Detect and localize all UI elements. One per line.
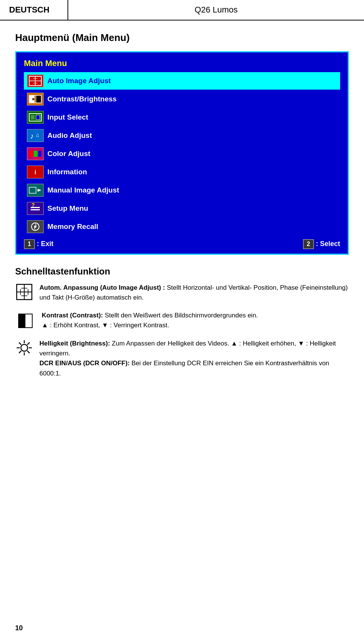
menu-item-label: Setup Menu	[47, 204, 88, 213]
memory-icon-svg	[28, 221, 42, 232]
contrast-box-icon	[18, 314, 33, 328]
page-number: 10	[15, 624, 23, 632]
manual-icon-svg	[28, 185, 42, 196]
auto-image-text: Autom. Anpassung (Auto Image Adjust) : S…	[39, 283, 349, 303]
menu-item-auto-image-adjust[interactable]: Auto Image Adjust	[24, 72, 340, 90]
menu-item-input-select[interactable]: Input Select	[24, 109, 340, 126]
menu-item-color-adjust[interactable]: Color Adjust	[24, 145, 340, 163]
menu-item-label: Color Adjust	[47, 150, 90, 158]
input-icon-svg	[28, 112, 42, 123]
info-icon-svg: i	[28, 167, 42, 177]
svg-rect-15	[29, 151, 33, 157]
svg-text:?: ?	[31, 203, 35, 208]
menu-list: Auto Image Adjust ☀ Contrast/Brightness	[24, 72, 340, 235]
svg-text:☀: ☀	[31, 97, 35, 101]
brightness-feature-icon	[15, 339, 33, 357]
header-model: Q26 Lumos	[68, 0, 364, 20]
input-select-icon	[27, 111, 44, 124]
exit-btn-label: 1	[24, 239, 35, 249]
svg-text:♫: ♫	[35, 132, 39, 138]
audio-icon: ♪ ♫	[27, 129, 44, 142]
memory-icon	[27, 220, 44, 233]
select-text: : Select	[316, 240, 340, 248]
contrast-text: Kontrast (Contrast): Stellt den Weißwert…	[42, 311, 349, 331]
select-hint: 2 : Select	[303, 239, 340, 249]
svg-rect-6	[36, 95, 41, 103]
svg-rect-10	[31, 115, 35, 120]
setup-icon: ?	[27, 202, 44, 215]
svg-rect-20	[29, 187, 36, 193]
contrast-label: Kontrast (Contrast):	[42, 312, 103, 319]
color-icon	[27, 147, 44, 160]
contrast-icon: ☀	[27, 93, 44, 106]
crosshair-icon	[15, 283, 33, 301]
brightness-label: Helligkeit (Brightness):	[39, 340, 110, 347]
info-icon: i	[27, 166, 44, 178]
auto-image-feature-icon	[15, 283, 33, 301]
select-btn-label: 2	[303, 239, 314, 249]
menu-item-label: Memory Recall	[47, 222, 98, 231]
manual-icon	[27, 184, 44, 197]
header: DEUTSCH Q26 Lumos	[0, 0, 364, 21]
menu-footer: 1 : Exit 2 : Select	[24, 239, 340, 249]
svg-point-25	[34, 226, 36, 228]
svg-text:♪: ♪	[30, 132, 34, 140]
menu-item-setup-menu[interactable]: ? Setup Menu	[24, 200, 340, 217]
feature-contrast: Kontrast (Contrast): Stellt den Weißwert…	[15, 311, 349, 331]
menu-item-label: Information	[47, 168, 87, 176]
menu-item-audio-adjust[interactable]: ♪ ♫ Audio Adjust	[24, 127, 340, 144]
contrast-feature-icon	[15, 311, 36, 331]
menu-title: Main Menu	[24, 58, 340, 68]
svg-rect-17	[38, 151, 41, 157]
menu-item-label: Input Select	[47, 113, 88, 121]
main-menu-display: Main Menu Auto Image Adjust	[15, 51, 349, 255]
dcr-label: DCR EIN/AUS (DCR ON/OFF):	[39, 360, 130, 367]
svg-text:i: i	[35, 169, 36, 175]
svg-line-40	[27, 342, 30, 345]
audio-icon-svg: ♪ ♫	[28, 130, 42, 141]
menu-item-memory-recall[interactable]: Memory Recall	[24, 218, 340, 235]
auto-image-label: Autom. Anpassung (Auto Image Adjust) :	[39, 284, 165, 291]
svg-line-38	[19, 342, 21, 345]
auto-icon-svg	[28, 76, 42, 86]
svg-rect-22	[31, 209, 40, 210]
setup-icon-svg: ?	[28, 203, 42, 214]
auto-image-icon	[27, 74, 44, 87]
menu-item-label: Contrast/Brightness	[47, 95, 117, 103]
contrast-icon-svg: ☀	[28, 94, 42, 104]
svg-rect-11	[36, 115, 40, 120]
exit-hint: 1 : Exit	[24, 239, 53, 249]
menu-item-contrast-brightness[interactable]: ☀ Contrast/Brightness	[24, 90, 340, 108]
brightness-text: Helligkeit (Brightness): Zum Anpassen de…	[39, 339, 349, 379]
page-content: Hauptmenü (Main Menu) Main Menu Auto Ima…	[0, 21, 364, 398]
feature-brightness: Helligkeit (Brightness): Zum Anpassen de…	[15, 339, 349, 379]
menu-item-manual-image-adjust[interactable]: Manual Image Adjust	[24, 181, 340, 199]
svg-line-41	[19, 351, 21, 353]
svg-point-33	[21, 344, 28, 351]
sun-icon	[15, 339, 33, 357]
menu-item-information[interactable]: i Information	[24, 163, 340, 181]
svg-line-39	[27, 351, 30, 353]
shortcut-title: Schnelltastenfunktion	[15, 266, 349, 277]
menu-item-label: Manual Image Adjust	[47, 186, 119, 194]
section-title: Hauptmenü (Main Menu)	[15, 32, 349, 44]
header-language: DEUTSCH	[0, 0, 68, 20]
exit-text: : Exit	[37, 240, 53, 248]
svg-rect-16	[34, 151, 38, 157]
menu-item-label: Audio Adjust	[47, 131, 92, 140]
menu-item-label: Auto Image Adjust	[47, 77, 111, 85]
feature-auto-image: Autom. Anpassung (Auto Image Adjust) : S…	[15, 283, 349, 303]
color-icon-svg	[28, 148, 42, 159]
